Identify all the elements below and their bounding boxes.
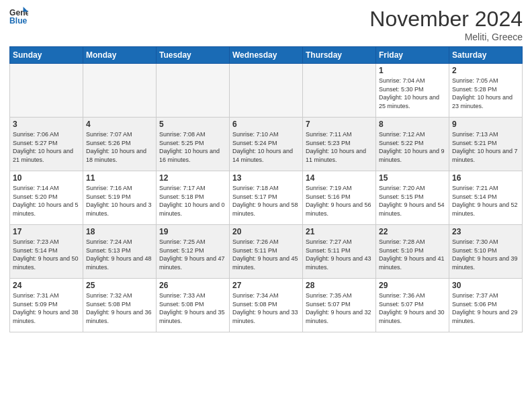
day-number: 23 [452,227,519,236]
svg-text:Blue: Blue [9,16,28,26]
calendar-cell: 9Sunrise: 7:13 AM Sunset: 5:21 PM Daylig… [449,118,523,171]
logo: General Blue [9,7,28,26]
weekday-monday: Monday [83,47,157,64]
location: Meliti, Greece [369,32,523,42]
day-info: Sunrise: 7:27 AM Sunset: 5:11 PM Dayligh… [306,238,373,271]
day-info: Sunrise: 7:10 AM Sunset: 5:24 PM Dayligh… [232,130,300,164]
day-info: Sunrise: 7:05 AM Sunset: 5:28 PM Dayligh… [452,77,519,110]
day-info: Sunrise: 7:16 AM Sunset: 5:19 PM Dayligh… [86,184,153,218]
calendar-cell: 20Sunrise: 7:26 AM Sunset: 5:11 PM Dayli… [230,225,303,279]
calendar-cell: 21Sunrise: 7:27 AM Sunset: 5:11 PM Dayli… [303,225,376,279]
calendar-cell [10,64,83,118]
day-number: 21 [306,227,373,236]
calendar-cell: 4Sunrise: 7:07 AM Sunset: 5:26 PM Daylig… [83,118,157,171]
calendar-cell: 27Sunrise: 7:34 AM Sunset: 5:08 PM Dayli… [230,279,303,332]
weekday-tuesday: Tuesday [157,47,230,64]
day-number: 25 [86,281,153,290]
weekday-friday: Friday [376,47,449,64]
day-number: 5 [159,120,226,129]
page: General Blue November 2024 Meliti, Greec… [0,0,532,411]
day-info: Sunrise: 7:06 AM Sunset: 5:27 PM Dayligh… [13,130,80,164]
calendar-cell: 16Sunrise: 7:21 AM Sunset: 5:14 PM Dayli… [449,171,523,225]
day-number: 13 [232,173,300,183]
calendar-cell: 10Sunrise: 7:14 AM Sunset: 5:20 PM Dayli… [10,171,83,225]
day-info: Sunrise: 7:31 AM Sunset: 5:09 PM Dayligh… [13,291,80,325]
calendar-cell: 13Sunrise: 7:18 AM Sunset: 5:17 PM Dayli… [230,171,303,225]
day-info: Sunrise: 7:25 AM Sunset: 5:12 PM Dayligh… [159,238,226,271]
calendar-cell: 5Sunrise: 7:08 AM Sunset: 5:25 PM Daylig… [157,118,230,171]
calendar-cell: 26Sunrise: 7:33 AM Sunset: 5:08 PM Dayli… [157,279,230,332]
week-row-1: 1Sunrise: 7:04 AM Sunset: 5:30 PM Daylig… [10,64,523,118]
calendar-cell: 2Sunrise: 7:05 AM Sunset: 5:28 PM Daylig… [449,64,523,118]
calendar-cell: 18Sunrise: 7:24 AM Sunset: 5:13 PM Dayli… [83,225,157,279]
day-number: 9 [452,120,519,129]
day-number: 2 [452,66,519,75]
day-info: Sunrise: 7:12 AM Sunset: 5:22 PM Dayligh… [379,130,446,164]
day-number: 28 [306,281,373,290]
day-number: 10 [13,173,80,183]
day-number: 14 [306,173,373,183]
calendar-cell: 24Sunrise: 7:31 AM Sunset: 5:09 PM Dayli… [10,279,83,332]
day-info: Sunrise: 7:18 AM Sunset: 5:17 PM Dayligh… [232,184,300,218]
calendar-cell: 28Sunrise: 7:35 AM Sunset: 5:07 PM Dayli… [303,279,376,332]
header: General Blue November 2024 Meliti, Greec… [9,7,523,42]
day-info: Sunrise: 7:21 AM Sunset: 5:14 PM Dayligh… [452,184,519,218]
logo-icon: General Blue [9,7,28,26]
day-number: 12 [159,173,226,183]
weekday-header-row: SundayMondayTuesdayWednesdayThursdayFrid… [10,47,523,64]
day-number: 17 [13,227,80,236]
day-number: 18 [86,227,153,236]
day-info: Sunrise: 7:07 AM Sunset: 5:26 PM Dayligh… [86,130,153,164]
weekday-sunday: Sunday [10,47,83,64]
day-number: 26 [159,281,226,290]
calendar-cell: 19Sunrise: 7:25 AM Sunset: 5:12 PM Dayli… [157,225,230,279]
calendar-table: SundayMondayTuesdayWednesdayThursdayFrid… [9,46,523,332]
calendar-cell: 6Sunrise: 7:10 AM Sunset: 5:24 PM Daylig… [230,118,303,171]
day-number: 7 [306,120,373,129]
calendar-cell: 30Sunrise: 7:37 AM Sunset: 5:06 PM Dayli… [449,279,523,332]
calendar-cell: 14Sunrise: 7:19 AM Sunset: 5:16 PM Dayli… [303,171,376,225]
day-number: 27 [232,281,300,290]
week-row-4: 17Sunrise: 7:23 AM Sunset: 5:14 PM Dayli… [10,225,523,279]
calendar-cell: 23Sunrise: 7:30 AM Sunset: 5:10 PM Dayli… [449,225,523,279]
day-info: Sunrise: 7:32 AM Sunset: 5:08 PM Dayligh… [86,291,153,325]
calendar-cell [230,64,303,118]
day-number: 11 [86,173,153,183]
calendar-cell: 15Sunrise: 7:20 AM Sunset: 5:15 PM Dayli… [376,171,449,225]
day-number: 22 [379,227,446,236]
calendar-cell: 7Sunrise: 7:11 AM Sunset: 5:23 PM Daylig… [303,118,376,171]
day-info: Sunrise: 7:30 AM Sunset: 5:10 PM Dayligh… [452,238,519,271]
calendar-cell [303,64,376,118]
calendar-cell [83,64,157,118]
day-info: Sunrise: 7:17 AM Sunset: 5:18 PM Dayligh… [159,184,226,218]
day-number: 8 [379,120,446,129]
calendar-cell: 3Sunrise: 7:06 AM Sunset: 5:27 PM Daylig… [10,118,83,171]
day-info: Sunrise: 7:28 AM Sunset: 5:10 PM Dayligh… [379,238,446,271]
weekday-saturday: Saturday [449,47,523,64]
day-info: Sunrise: 7:36 AM Sunset: 5:07 PM Dayligh… [379,291,446,325]
week-row-5: 24Sunrise: 7:31 AM Sunset: 5:09 PM Dayli… [10,279,523,332]
day-info: Sunrise: 7:37 AM Sunset: 5:06 PM Dayligh… [452,291,519,325]
day-info: Sunrise: 7:23 AM Sunset: 5:14 PM Dayligh… [13,238,80,271]
day-info: Sunrise: 7:04 AM Sunset: 5:30 PM Dayligh… [379,77,446,110]
day-info: Sunrise: 7:26 AM Sunset: 5:11 PM Dayligh… [232,238,300,271]
day-info: Sunrise: 7:19 AM Sunset: 5:16 PM Dayligh… [306,184,373,218]
calendar-cell: 22Sunrise: 7:28 AM Sunset: 5:10 PM Dayli… [376,225,449,279]
week-row-2: 3Sunrise: 7:06 AM Sunset: 5:27 PM Daylig… [10,118,523,171]
calendar-cell: 12Sunrise: 7:17 AM Sunset: 5:18 PM Dayli… [157,171,230,225]
day-number: 19 [159,227,226,236]
day-info: Sunrise: 7:14 AM Sunset: 5:20 PM Dayligh… [13,184,80,218]
calendar-cell [157,64,230,118]
day-number: 3 [13,120,80,129]
day-info: Sunrise: 7:08 AM Sunset: 5:25 PM Dayligh… [159,130,226,164]
day-number: 16 [452,173,519,183]
weekday-thursday: Thursday [303,47,376,64]
day-number: 29 [379,281,446,290]
calendar-cell: 8Sunrise: 7:12 AM Sunset: 5:22 PM Daylig… [376,118,449,171]
calendar-cell: 25Sunrise: 7:32 AM Sunset: 5:08 PM Dayli… [83,279,157,332]
day-info: Sunrise: 7:20 AM Sunset: 5:15 PM Dayligh… [379,184,446,218]
calendar-cell: 29Sunrise: 7:36 AM Sunset: 5:07 PM Dayli… [376,279,449,332]
day-info: Sunrise: 7:13 AM Sunset: 5:21 PM Dayligh… [452,130,519,164]
weekday-wednesday: Wednesday [230,47,303,64]
day-info: Sunrise: 7:33 AM Sunset: 5:08 PM Dayligh… [159,291,226,325]
